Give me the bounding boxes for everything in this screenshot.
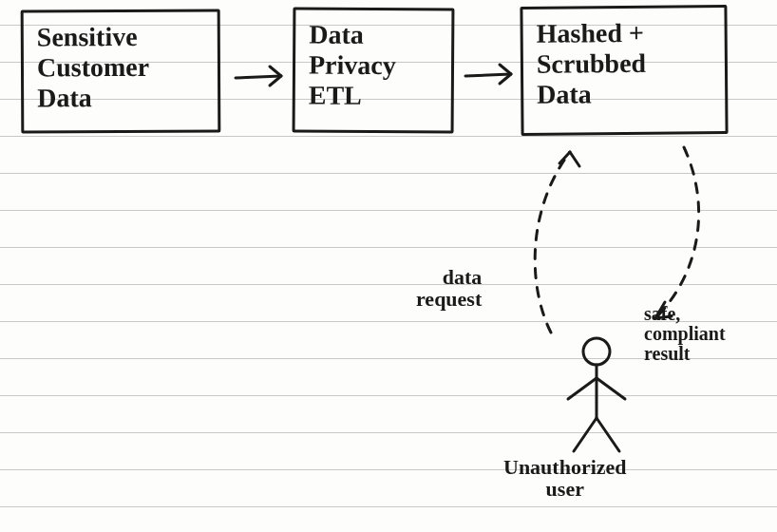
arrow-source-to-etl [236,66,281,86]
box-sensitive-data: Sensitive Customer Data [21,9,221,133]
box-line: Privacy [309,50,438,82]
box-line: Customer [37,52,204,84]
stick-figure-icon [568,338,625,451]
box-line: Sensitive [37,22,204,53]
box-privacy-etl: Data Privacy ETL [293,7,455,133]
box-line: Scrubbed [537,48,711,80]
diagram-canvas: Sensitive Customer Data Data Privacy ETL… [0,0,777,532]
arrowhead-request [559,152,579,166]
box-line: Data [537,79,711,111]
svg-point-0 [583,338,610,365]
label-data-request: data request [416,266,482,310]
dashed-arrow-request [535,152,570,332]
label-unauthorized-user: Unauthorized user [503,456,627,500]
label-safe-result: safe, compliant result [644,304,726,364]
dashed-arrow-result [655,147,699,318]
box-line: Data [309,20,438,51]
box-hashed-output: Hashed + Scrubbed Data [520,5,728,136]
box-line: Data [37,83,204,114]
box-line: ETL [309,81,438,112]
box-line: Hashed + [537,17,711,49]
arrow-etl-to-output [465,65,511,84]
